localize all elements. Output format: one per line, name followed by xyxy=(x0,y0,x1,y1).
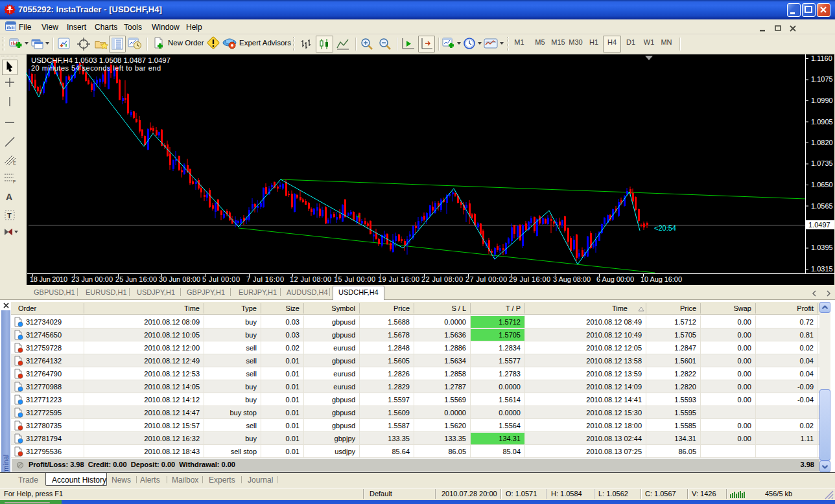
svg-text:30 Jun 08:00: 30 Jun 08:00 xyxy=(159,275,200,283)
svg-text:18 Jun 2010: 18 Jun 2010 xyxy=(30,275,67,283)
svg-text:5 Jul 00:00: 5 Jul 00:00 xyxy=(202,275,240,283)
svg-text:25 Jun 16:00: 25 Jun 16:00 xyxy=(115,275,157,283)
svg-text:1.0565: 1.0565 xyxy=(811,202,833,210)
svg-text:1.0395: 1.0395 xyxy=(811,244,833,251)
svg-text:29 Jul 16:00: 29 Jul 16:00 xyxy=(509,275,550,283)
svg-text:1.0497: 1.0497 xyxy=(808,221,830,229)
svg-text:6 Aug 00:00: 6 Aug 00:00 xyxy=(596,275,634,283)
svg-text:1.1075: 1.1075 xyxy=(811,75,833,83)
svg-text:10 Aug 16:00: 10 Aug 16:00 xyxy=(641,275,682,283)
svg-text:1.1160: 1.1160 xyxy=(811,54,832,62)
svg-text:27 Jul 00:00: 27 Jul 00:00 xyxy=(465,275,507,283)
svg-text:F: F xyxy=(13,179,16,184)
svg-text:1.0820: 1.0820 xyxy=(811,139,833,146)
svg-text:23 Jun 00:00: 23 Jun 00:00 xyxy=(71,275,113,283)
svg-text:1.0315: 1.0315 xyxy=(811,265,833,273)
svg-text:20 minutes 54 seconds left to: 20 minutes 54 seconds left to bar end xyxy=(31,64,161,72)
svg-text:T: T xyxy=(7,212,12,220)
svg-text:22 Jul 08:00: 22 Jul 08:00 xyxy=(421,275,463,283)
svg-text:1.0650: 1.0650 xyxy=(811,181,833,189)
svg-text:USDCHF,H4 1.0503 1.0508 1.048: USDCHF,H4 1.0503 1.0508 1.0487 1.0497 xyxy=(31,56,171,64)
svg-text:3 Aug 08:00: 3 Aug 08:00 xyxy=(553,275,591,283)
svg-text:<20:54: <20:54 xyxy=(654,224,676,232)
svg-text:15 Jul 00:00: 15 Jul 00:00 xyxy=(334,275,375,283)
svg-text:1.0990: 1.0990 xyxy=(811,97,833,104)
svg-text:12 Jul 08:00: 12 Jul 08:00 xyxy=(290,275,331,283)
svg-text:1.0735: 1.0735 xyxy=(811,159,833,167)
svg-text:E: E xyxy=(13,161,16,165)
svg-text:7 Jul 16:00: 7 Jul 16:00 xyxy=(246,275,284,283)
svg-text:19 Jul 16:00: 19 Jul 16:00 xyxy=(378,275,419,283)
svg-text:1.0905: 1.0905 xyxy=(811,118,833,126)
